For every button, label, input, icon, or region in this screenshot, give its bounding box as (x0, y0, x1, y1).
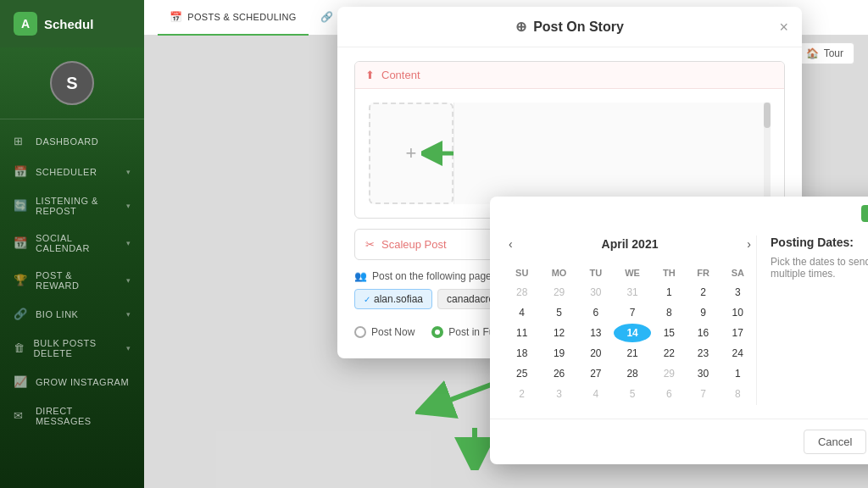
sidebar-avatar-section: S (0, 47, 144, 119)
calendar-day[interactable]: 30 (687, 364, 719, 383)
chevron-down-icon: ▾ (126, 168, 131, 176)
modal-calendar: Refresh × ‹ April 2021 › SU MO TU (490, 197, 868, 464)
sidebar-item-label: Bio Link (36, 309, 78, 319)
calendar-day[interactable]: 4 (580, 385, 612, 403)
posting-dates-title: Posting Dates: (771, 236, 868, 249)
calendar-icon: 📆 (14, 236, 27, 250)
calendar-day[interactable]: 16 (687, 324, 719, 342)
calendar-day[interactable]: 14 (614, 324, 651, 342)
plus-icon: + (406, 142, 417, 164)
posting-dates-description: Pick the dates to send the post multiple… (771, 256, 868, 280)
check-icon: ✓ (364, 295, 370, 304)
calendar-day[interactable]: 2 (505, 385, 538, 403)
calendar-navigation: ‹ April 2021 › (504, 236, 756, 252)
reward-icon: 🏆 (14, 274, 27, 287)
calendar-day[interactable]: 25 (505, 364, 538, 383)
calendar-day[interactable]: 8 (653, 303, 685, 322)
calendar-day[interactable]: 19 (540, 344, 577, 363)
radio-dot-post-now (354, 326, 366, 338)
calendar-day[interactable]: 3 (721, 283, 754, 302)
content-upload-area[interactable]: + (369, 103, 453, 204)
radio-post-now[interactable]: Post Now (354, 326, 415, 338)
calendar-day[interactable]: 31 (614, 283, 651, 302)
sidebar-item-social-calendar[interactable]: 📆 Social Calendar ▾ (0, 225, 144, 262)
chevron-down-icon: ▾ (126, 310, 131, 319)
sidebar-item-grow-instagram[interactable]: 📈 Grow Instagram (0, 367, 144, 397)
sidebar-logo[interactable]: A Schedul (0, 0, 144, 47)
calendar-right: Posting Dates: Pick the dates to send th… (756, 236, 868, 405)
avatar[interactable]: S (50, 61, 94, 105)
calendar-next-button[interactable]: › (742, 236, 756, 252)
grow-icon: 📈 (14, 375, 27, 389)
calendar-day[interactable]: 28 (614, 364, 651, 383)
calendar-day[interactable]: 23 (687, 344, 719, 363)
calendar-prev-button[interactable]: ‹ (504, 236, 518, 252)
calendar-day[interactable]: 26 (540, 364, 577, 383)
chevron-down-icon: ▾ (126, 239, 131, 247)
day-header-th: TH (653, 264, 685, 281)
day-header-sa: SA (721, 264, 754, 281)
calendar-day[interactable]: 18 (505, 344, 538, 363)
calendar-day[interactable]: 29 (540, 283, 577, 302)
listening-icon: 🔄 (14, 199, 27, 213)
calendar-day[interactable]: 7 (687, 385, 719, 403)
calendar-day[interactable]: 24 (721, 344, 754, 363)
day-header-we: WE (614, 264, 651, 281)
close-icon[interactable]: × (779, 19, 788, 35)
calendar-day[interactable]: 21 (614, 344, 651, 363)
main-content: 📅 Posts & Scheduling 🔗 Bio Link 🗑 Bulk P… (144, 0, 868, 488)
logo-text: Schedul (44, 17, 93, 31)
sidebar-item-listening[interactable]: 🔄 Listening & Repost ▾ (0, 187, 144, 225)
cancel-button[interactable]: Cancel (804, 430, 866, 454)
calendar-day[interactable]: 12 (540, 324, 577, 342)
calendar-day[interactable]: 10 (721, 303, 754, 322)
sidebar-item-bio-link[interactable]: 🔗 Bio Link ▾ (0, 299, 144, 330)
calendar-day[interactable]: 5 (540, 303, 577, 322)
calendar-day[interactable]: 6 (653, 385, 685, 403)
bulk-delete-icon: 🗑 (14, 341, 25, 355)
sidebar-item-label: Scheduler (36, 167, 97, 177)
radio-dot-post-future (431, 326, 443, 338)
calendar-day[interactable]: 8 (721, 385, 754, 403)
sidebar-item-post-reward[interactable]: 🏆 Post & Reward ▾ (0, 262, 144, 299)
page-tag-alan[interactable]: ✓ alan.sofiaa (354, 289, 432, 309)
calendar-day[interactable]: 7 (614, 303, 651, 322)
calendar-day[interactable]: 27 (580, 364, 612, 383)
modal-story-header: ⊕ Post On Story × (337, 7, 802, 47)
calendar-day[interactable]: 29 (653, 364, 685, 383)
sidebar-item-label: Listening & Repost (36, 196, 118, 216)
sidebar-item-label: Dashboard (36, 136, 98, 147)
bio-icon: 🔗 (320, 11, 333, 23)
chevron-down-icon: ▾ (126, 344, 131, 352)
refresh-button[interactable]: Refresh (861, 205, 868, 222)
calendar-day[interactable]: 22 (653, 344, 685, 363)
calendar-day[interactable]: 11 (505, 324, 538, 342)
calendar-day[interactable]: 3 (540, 385, 577, 403)
add-circle-icon: ⊕ (515, 19, 526, 35)
nav-posts-scheduling[interactable]: 📅 Posts & Scheduling (158, 0, 309, 36)
calendar-day[interactable]: 1 (653, 283, 685, 302)
chevron-down-icon: ▾ (126, 202, 131, 210)
bio-link-icon: 🔗 (14, 308, 27, 321)
sidebar-item-bulk-posts[interactable]: 🗑 Bulk Posts Delete ▾ (0, 330, 144, 367)
calendar-day[interactable]: 9 (687, 303, 719, 322)
sidebar-item-scheduler[interactable]: 📅 Scheduler ▾ (0, 157, 144, 187)
calendar-day[interactable]: 20 (580, 344, 612, 363)
sidebar-item-dashboard[interactable]: ⊞ Dashboard (0, 126, 144, 157)
tour-button[interactable]: 🏠 Tour (795, 42, 854, 64)
calendar-day[interactable]: 1 (721, 364, 754, 383)
calendar-day[interactable]: 4 (505, 303, 538, 322)
calendar-day[interactable]: 2 (687, 283, 719, 302)
calendar-day[interactable]: 6 (580, 303, 612, 322)
calendar-day[interactable]: 17 (721, 324, 754, 342)
calendar-day[interactable]: 28 (505, 283, 538, 302)
calendar-day[interactable]: 13 (580, 324, 612, 342)
day-header-su: SU (505, 264, 538, 281)
calendar-day[interactable]: 15 (653, 324, 685, 342)
calendar-month-title: April 2021 (602, 237, 659, 251)
sidebar-item-label: Bulk Posts Delete (34, 338, 118, 358)
calendar-day[interactable]: 30 (580, 283, 612, 302)
calendar-modal-header: Refresh × (490, 197, 868, 222)
sidebar-item-direct-messages[interactable]: ✉ Direct Messages (0, 397, 144, 435)
calendar-day[interactable]: 5 (614, 385, 651, 403)
